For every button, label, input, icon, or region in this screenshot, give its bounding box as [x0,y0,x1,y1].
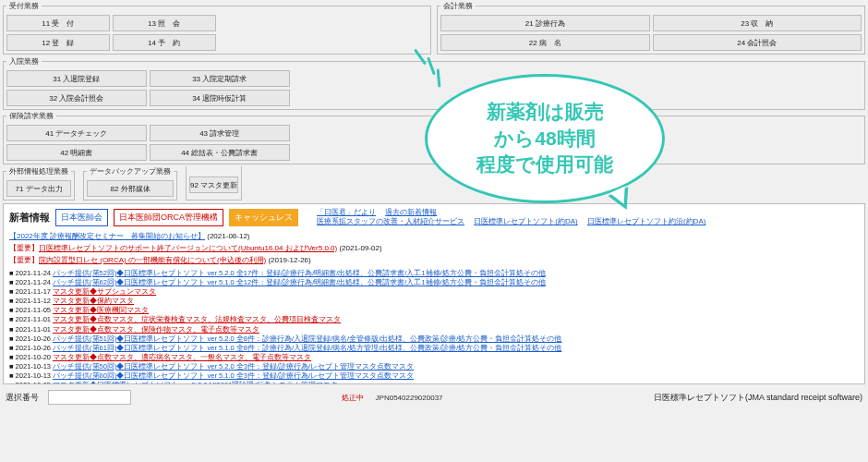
app-name: 日医標準レセプトソフト(JMA standard receipt softwar… [654,392,862,404]
news-link[interactable]: マスタ更新◆サプシュンマスタ [53,287,156,296]
reception-group: 受付業務 11 受 付 13 照 会 12 登 録 14 予 約 [3,1,431,55]
news-link[interactable]: マスタ更新◆点数マスタ、症状栄養検査マスタ、法規検査マスタ、公費項目検査マスタ [53,315,341,323]
news-link[interactable]: マスタ更新◆医療機関マスタ [53,306,149,314]
btn-42[interactable]: 42 明細書 [6,144,147,161]
btn-13[interactable]: 13 照 会 [113,15,216,31]
alert-link[interactable]: 院内設置型日レセ (ORCA) の一部機能有償化について(申込後の利用) [39,256,266,264]
btn-82[interactable]: 82 外部媒体 [87,180,174,197]
info-title: 新着情報 [9,211,50,225]
news-link[interactable]: マスタ更新◆保約マスタ [53,297,134,305]
callout-bubble: 新薬剤は販売 から48時間 程度で使用可能 [425,74,665,203]
select-input[interactable] [48,390,131,405]
external-legend: 外部情報処理業務 [6,166,71,176]
btn-43[interactable]: 43 請求管理 [150,125,290,141]
news-link[interactable]: パッチ提供(第61回)◆日医標準レセプトソフト ver 5.1.0 全8件：診療… [53,344,561,352]
btn-23[interactable]: 23 収 納 [653,15,862,31]
btn-34[interactable]: 34 退院時仮計算 [150,90,290,106]
news-link[interactable]: パッチ提供(第50回)◆日医標準レセプトソフト ver 5.2.0 全3件：登録… [53,362,414,371]
alert-link[interactable]: 日医標準レセプトソフトのサポート終了バージョンについて(Ubuntu16.04 … [39,244,337,252]
news-link[interactable]: マスタ更新◆点数マスタ、保険作物マスタ、電子点数等マスタ [53,325,259,334]
badge-cashless[interactable]: キャッシュレス [229,209,298,226]
link[interactable]: 医療系拡スタッフの改善・人材紹介サービス [317,217,464,225]
accounting-group: 会計業務 21 診療行為 23 収 納 22 病 名 24 会計照会 [437,1,865,55]
news-link[interactable]: マスタ更新◆日医標準レセプトソフト ver 5.2.0 MI5001課診課/行為… [53,381,337,384]
news-link[interactable]: パッチ提供(第62回)◆日医標準レセプトソフト ver 5.1.0 全12件：登… [53,278,546,286]
news-link[interactable]: パッチ提供(第60回)◆日医標準レセプトソフト ver 5.1.0 全3件：登録… [53,371,414,380]
btn-44[interactable]: 44 総括表・公費請求書 [150,144,290,161]
status-warn: 処正中 [342,394,364,402]
master-group: 92 マスタ更新 [186,166,242,201]
btn-33[interactable]: 33 入院定期請求 [150,70,290,87]
news-link[interactable]: パッチ提供(第51回)◆日医標準レセプトソフト ver 5.2.0 全8件：診療… [53,334,561,343]
btn-32[interactable]: 32 入院会計照会 [6,90,147,106]
alert-link[interactable]: 【2022年度 診療報酬改定セミナー 募集開始のお知らせ】 [9,232,205,240]
inpatient-legend: 入院業務 [6,56,42,67]
btn-11[interactable]: 11 受 付 [6,15,110,31]
btn-12[interactable]: 12 登 録 [6,34,110,51]
news-link[interactable]: パッチ提供(第52回)◆日医標準レセプトソフト ver 5.2.0 全17件：登… [53,269,546,277]
btn-24[interactable]: 24 会計照会 [653,34,862,51]
btn-71[interactable]: 71 データ出力 [6,180,71,197]
external-group: 外部情報処理業務 71 データ出力 [3,166,75,201]
news-link[interactable]: マスタ更新◆点数マスタ、適応病名マスタ、一般名マスタ、電子点数等マスタ [53,353,311,361]
btn-21[interactable]: 21 診療行為 [440,15,650,31]
link[interactable]: 日医標準レセプトソフト約沿(約DA) [587,217,705,225]
link[interactable]: 「日医君」だより [317,208,376,216]
link[interactable]: 過去の新着情報 [385,208,437,216]
btn-14[interactable]: 14 予 約 [113,34,216,51]
backup-legend: データバックアップ業務 [87,166,174,176]
btn-41[interactable]: 41 データチェック [6,125,147,141]
btn-22[interactable]: 22 病 名 [440,34,650,51]
info-panel: 新着情報 日本医師会 日本医師団ORCA管理機構 キャッシュレス 「日医君」だよ… [3,203,865,384]
link[interactable]: 日医標準レセプトソフト(約DA) [474,217,577,225]
btn-92[interactable]: 92 マスタ更新 [189,176,238,193]
accounting-legend: 会計業務 [440,1,476,11]
reception-legend: 受付業務 [6,1,42,11]
inpatient-group: 入院業務 31 入退院登録 33 入院定期請求 32 入院会計照会 34 退院時… [3,56,865,110]
footer: 選択番号 処正中 JPN0540229020037 日医標準レセプトソフト(JM… [0,386,868,408]
badge-jma[interactable]: 日本医師会 [55,209,108,226]
insurance-legend: 保険請求業務 [6,111,56,121]
backup-group: データバックアップ業務 82 外部媒体 [83,166,177,201]
badge-orca[interactable]: 日本医師団ORCA管理機構 [114,209,223,226]
select-label: 選択番号 [6,392,39,404]
btn-31[interactable]: 31 入退院登録 [6,70,147,87]
facility-id: JPN0540229020037 [376,394,443,402]
